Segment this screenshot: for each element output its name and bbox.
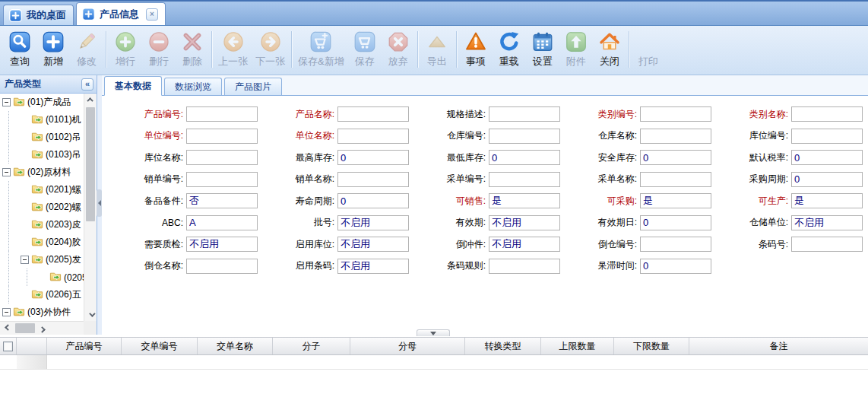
toolbar-button-label: 事项 xyxy=(466,55,486,68)
settings-button[interactable]: 设置 xyxy=(526,29,559,71)
batch-no-input[interactable] xyxy=(337,215,409,230)
column-header[interactable]: 交单名称 xyxy=(198,338,273,354)
validity-input[interactable] xyxy=(489,215,560,230)
tree-node[interactable]: (03)外协件 xyxy=(0,303,84,321)
abc-input[interactable] xyxy=(186,215,258,230)
row-select-cell[interactable] xyxy=(0,355,17,369)
tree-node[interactable]: (0206)五 xyxy=(0,286,84,303)
column-header[interactable]: 分母 xyxy=(350,338,465,354)
tab-label: 产品图片 xyxy=(235,81,271,94)
purchase-doc-name-input[interactable] xyxy=(640,172,711,187)
column-header[interactable]: 下限数量 xyxy=(614,338,689,354)
product-name-input[interactable] xyxy=(337,106,409,122)
column-header[interactable]: 交单编号 xyxy=(122,338,198,354)
purchasable-input[interactable] xyxy=(640,193,711,208)
sellable-input[interactable] xyxy=(489,193,560,208)
tab-close-icon[interactable]: × xyxy=(146,8,158,21)
form-field-min-stock: 最低库存: xyxy=(409,150,560,165)
reverse-warehouse-name-input[interactable] xyxy=(186,259,258,274)
need-qc-input[interactable] xyxy=(186,237,258,252)
add-new-button[interactable]: 新增 xyxy=(36,29,70,71)
spec-desc-input[interactable] xyxy=(489,106,560,122)
tree-node[interactable]: (0202)螺 xyxy=(0,199,84,216)
validity-days-input[interactable] xyxy=(640,215,711,230)
query-button[interactable]: 查询 xyxy=(3,29,36,71)
tree-node[interactable]: (0204)胶 xyxy=(0,234,84,251)
tab-data-browse[interactable]: 数据浏览 xyxy=(164,78,222,95)
safe-stock-input[interactable] xyxy=(640,150,711,165)
location-name-input[interactable] xyxy=(186,150,258,165)
matters-button[interactable]: 事项 xyxy=(459,29,493,71)
unit-code-input[interactable] xyxy=(186,129,258,144)
select-all-checkbox[interactable] xyxy=(3,342,13,351)
toolbar-separator xyxy=(106,31,106,68)
tree-node[interactable]: (0201)螺 xyxy=(0,181,84,199)
tree-node[interactable]: (0205)发 xyxy=(0,251,84,268)
tree-collapse-icon[interactable] xyxy=(21,256,29,264)
bottom-splitter-handle[interactable] xyxy=(417,329,450,336)
column-header[interactable]: 分子 xyxy=(273,338,350,354)
sales-doc-name-input[interactable] xyxy=(337,172,409,187)
barcode-rule-input[interactable] xyxy=(489,259,560,274)
sales-doc-code-input[interactable] xyxy=(186,172,258,187)
tree-node-label: (0101)机 xyxy=(46,113,81,126)
min-stock-input[interactable] xyxy=(489,150,560,165)
enable-location-input[interactable] xyxy=(337,237,409,252)
location-code-input[interactable] xyxy=(791,129,863,144)
warehouse-name-input[interactable] xyxy=(640,129,711,144)
enable-barcode-input[interactable] xyxy=(337,259,409,274)
tree-node[interactable]: (0102)吊 xyxy=(0,129,84,146)
category-name-input[interactable] xyxy=(791,106,863,122)
tree-collapse-icon[interactable] xyxy=(2,168,11,176)
tab-basic-data[interactable]: 基本数据 xyxy=(104,76,162,96)
tree-node[interactable]: (0103)吊 xyxy=(0,146,84,164)
tree-horizontal-scrollbar[interactable] xyxy=(0,321,84,335)
life-cycle-input[interactable] xyxy=(337,193,409,208)
scroll-up-icon[interactable] xyxy=(84,94,97,106)
unit-name-input[interactable] xyxy=(337,129,409,144)
tree-node[interactable]: (0101)机 xyxy=(0,111,84,129)
splitter-collapse-handle[interactable] xyxy=(97,189,102,217)
tree-indent-guide xyxy=(8,146,21,164)
table-row[interactable] xyxy=(0,355,868,370)
tree-node[interactable]: (01)产成品 xyxy=(0,94,84,111)
tab-product-pictures[interactable]: 产品图片 xyxy=(224,78,282,95)
category-code-input[interactable] xyxy=(640,106,711,122)
producible-input[interactable] xyxy=(791,193,863,208)
sidebar-collapse-button[interactable]: « xyxy=(81,78,93,91)
app-window-icon xyxy=(8,8,23,23)
horizontal-scroll-thumb[interactable] xyxy=(15,323,35,333)
close-button[interactable]: 关闭 xyxy=(593,29,626,71)
barcode-no-input[interactable] xyxy=(791,237,863,252)
reload-button[interactable]: 重载 xyxy=(493,29,526,71)
scroll-down-icon[interactable] xyxy=(84,309,97,321)
tree-collapse-icon[interactable] xyxy=(2,308,11,316)
column-header[interactable]: 转换类型 xyxy=(465,338,541,354)
window-tab-product-info[interactable]: 产品信息× xyxy=(76,2,166,25)
window-tab-my-desktop[interactable]: 我的桌面 xyxy=(3,5,74,25)
column-header[interactable]: 备注 xyxy=(689,338,868,354)
spare-parts-input[interactable] xyxy=(186,193,258,208)
default-tax-rate-input[interactable] xyxy=(791,150,863,165)
purchase-doc-code-input[interactable] xyxy=(489,172,560,187)
purchase-cycle-input[interactable] xyxy=(791,172,863,187)
scroll-right-icon[interactable] xyxy=(36,322,50,335)
tree-node[interactable]: (02)原材料 xyxy=(0,164,84,181)
backflush-item-input[interactable] xyxy=(489,237,560,252)
column-header[interactable]: 上限数量 xyxy=(541,338,614,354)
storage-unit-input[interactable] xyxy=(791,215,863,230)
window-tab-label: 产品信息 xyxy=(100,8,139,21)
warehouse-code-input[interactable] xyxy=(489,129,560,144)
vertical-scroll-thumb[interactable] xyxy=(86,107,95,221)
tree-vertical-scrollbar[interactable] xyxy=(84,94,97,321)
tree-collapse-icon[interactable] xyxy=(2,98,11,106)
min-stock-label: 最低库存: xyxy=(409,151,489,164)
reverse-warehouse-code-input[interactable] xyxy=(640,237,711,252)
tree-node[interactable]: (0205 xyxy=(0,268,84,286)
scroll-left-icon[interactable] xyxy=(0,322,14,335)
product-code-input[interactable] xyxy=(186,106,258,122)
idle-time-input[interactable] xyxy=(640,259,711,274)
max-stock-input[interactable] xyxy=(337,150,409,165)
column-header[interactable]: 产品编号 xyxy=(47,338,122,354)
tree-node[interactable]: (0203)皮 xyxy=(0,216,84,234)
